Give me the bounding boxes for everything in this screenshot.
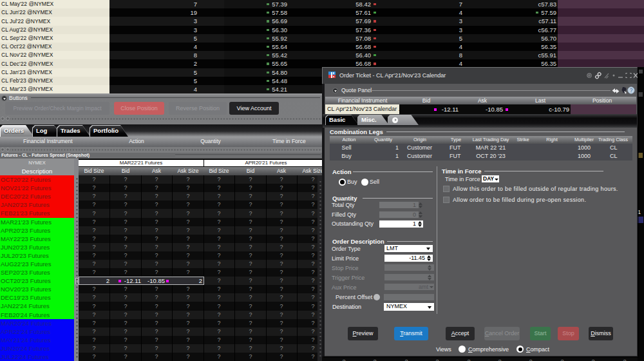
svg-text:?: ? (630, 87, 633, 93)
